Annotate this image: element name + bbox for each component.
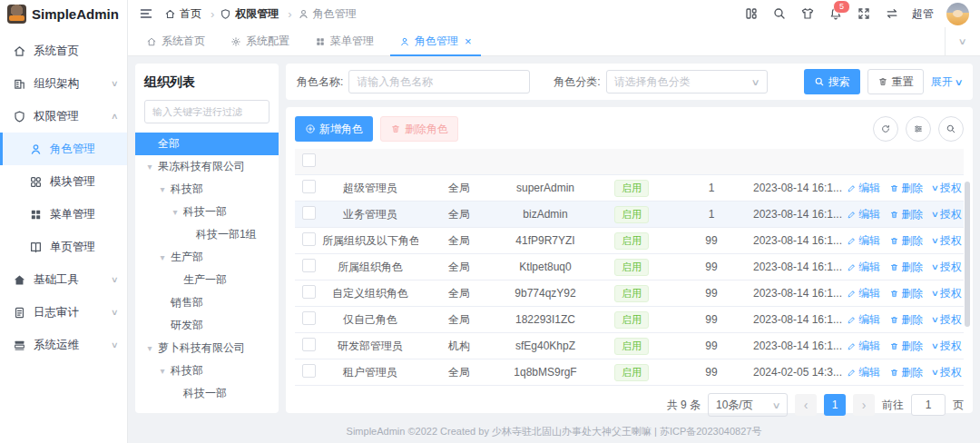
row-checkbox[interactable] xyxy=(302,285,316,299)
expand-button[interactable]: 展开 ∨ xyxy=(931,74,962,90)
delete-button[interactable]: 删除 xyxy=(889,260,923,275)
table-row[interactable]: 租户管理员 全局 1q8bMS9rgF 启用 99 2024-02-05 14:… xyxy=(295,359,964,386)
sidebar-item[interactable]: 模块管理 xyxy=(0,165,127,198)
grant-button[interactable]: ∨ 授权 xyxy=(932,286,962,301)
tab[interactable]: 系统配置 × xyxy=(218,27,302,55)
org-tree-node[interactable]: 科技一部1组 xyxy=(135,223,279,246)
edit-button[interactable]: 编辑 xyxy=(847,339,880,354)
sidebar-item[interactable]: 系统运维 ∨ xyxy=(0,329,127,361)
refresh-button[interactable] xyxy=(873,116,898,142)
sidebar-item[interactable]: 日志审计 ∨ xyxy=(0,296,127,329)
delete-button[interactable]: 删除 xyxy=(889,207,923,222)
prev-page-button[interactable]: ‹ xyxy=(795,394,817,416)
breadcrumb-item[interactable]: 权限管理 xyxy=(220,6,297,22)
edit-button[interactable]: 编辑 xyxy=(847,312,880,328)
row-checkbox[interactable] xyxy=(302,311,316,325)
search-icon[interactable] xyxy=(771,6,787,22)
grant-button[interactable]: ∨ 授权 xyxy=(932,312,962,328)
table-row[interactable]: 超级管理员 全局 superAdmin 启用 1 2023-08-14 16:1… xyxy=(295,175,964,202)
table-row[interactable]: 仅自己角色 全局 182293I1ZC 启用 99 2023-08-14 16:… xyxy=(295,307,964,333)
org-tree-node[interactable]: 研发部 xyxy=(135,314,279,337)
table-row[interactable]: 自定义组织角色 全局 9b774qzY92 启用 99 2023-08-14 1… xyxy=(295,281,964,307)
theme-tshirt-icon[interactable] xyxy=(799,6,815,22)
grant-button[interactable]: ∨ 授权 xyxy=(932,339,962,354)
org-tree-node[interactable]: ▾ 科技一部 xyxy=(135,201,279,223)
delete-role-button[interactable]: 删除角色 xyxy=(380,116,458,142)
table-row[interactable]: 研发部管理员 机构 sfEg40KhpZ 启用 99 2023-08-14 16… xyxy=(295,333,964,359)
sidebar-item[interactable]: 组织架构 ∨ xyxy=(0,67,127,100)
org-tree-node[interactable]: 销售部 xyxy=(135,291,279,314)
org-filter-input[interactable] xyxy=(144,100,270,123)
sidebar-item[interactable]: 角色管理 xyxy=(0,133,127,165)
table-search-button[interactable] xyxy=(938,116,964,142)
next-page-button[interactable]: › xyxy=(853,394,875,416)
edit-button[interactable]: 编辑 xyxy=(847,260,880,275)
row-checkbox[interactable] xyxy=(302,180,316,193)
sidebar-item[interactable]: 单页管理 xyxy=(0,231,127,263)
grant-button[interactable]: ∨ 授权 xyxy=(932,207,962,222)
tab[interactable]: 系统首页 × xyxy=(133,27,218,55)
edit-button[interactable]: 编辑 xyxy=(847,207,880,222)
role-name-input[interactable] xyxy=(348,70,530,94)
org-tree-node[interactable]: ▾ 生产部 xyxy=(135,246,279,269)
goto-page-input[interactable] xyxy=(911,394,946,416)
fullscreen-icon[interactable] xyxy=(856,6,871,22)
edit-button[interactable]: 编辑 xyxy=(847,233,880,249)
org-tree-node[interactable]: ▾ 萝卜科技有限公司 xyxy=(135,337,279,359)
edit-button[interactable]: 编辑 xyxy=(847,365,880,380)
grant-button[interactable]: ∨ 授权 xyxy=(932,260,962,275)
sidebar-item[interactable]: 菜单管理 xyxy=(0,198,127,231)
switch-tenant-icon[interactable] xyxy=(884,6,899,22)
sidebar-item[interactable]: 权限管理 ∧ xyxy=(0,100,127,133)
row-checkbox[interactable] xyxy=(302,232,316,246)
search-button[interactable]: 搜索 xyxy=(804,69,860,94)
tab[interactable]: 菜单管理 × xyxy=(302,27,387,55)
reset-button[interactable]: 重置 xyxy=(867,69,924,94)
close-icon[interactable]: × xyxy=(465,35,472,47)
role-category-select[interactable]: 请选择角色分类 ∨ xyxy=(606,70,768,94)
username[interactable]: 超管 xyxy=(912,6,934,22)
org-tree-node[interactable]: ▾ 果冻科技有限公司 xyxy=(135,155,279,178)
breadcrumb-item[interactable]: 角色管理 xyxy=(298,6,357,22)
table-row[interactable]: 所属组织及以下角色 全局 41fP9R7YZI 启用 99 2023-08-14… xyxy=(295,228,964,254)
delete-button[interactable]: 删除 xyxy=(889,312,923,328)
org-tree-node[interactable]: 生产一部 xyxy=(135,269,279,291)
user-avatar[interactable] xyxy=(946,3,969,25)
row-checkbox[interactable] xyxy=(302,364,316,378)
page-size-select[interactable]: 10条/页 ∨ xyxy=(708,393,788,417)
notifications-bell-icon[interactable]: 5 xyxy=(828,6,843,22)
org-tree-node[interactable]: 全部 xyxy=(135,133,279,155)
tab[interactable]: 角色管理 × xyxy=(387,27,485,55)
sidebar-menu: 系统首页 组织架构 ∨ 权限管理 ∧ 角色管理 模块管理 菜单管理 单页管理 基… xyxy=(0,27,127,443)
row-checkbox[interactable] xyxy=(302,206,316,220)
delete-button[interactable]: 删除 xyxy=(889,233,923,249)
org-tree-node[interactable]: ▾ 科技部 xyxy=(135,178,279,201)
grant-button[interactable]: ∨ 授权 xyxy=(932,233,962,249)
sidebar-item[interactable]: 基础工具 ∨ xyxy=(0,263,127,296)
grant-button[interactable]: ∨ 授权 xyxy=(932,181,962,196)
table-scrollbar[interactable] xyxy=(965,182,970,327)
table-row[interactable]: 业务管理员 全局 bizAdmin 启用 1 2023-08-14 16:1..… xyxy=(295,202,964,228)
status-badge: 启用 xyxy=(614,364,649,381)
current-page-button[interactable]: 1 xyxy=(824,394,846,416)
org-tree-node[interactable]: 科技一部 xyxy=(135,382,279,404)
delete-button[interactable]: 删除 xyxy=(889,365,923,380)
delete-button[interactable]: 删除 xyxy=(889,181,923,196)
edit-button[interactable]: 编辑 xyxy=(847,181,880,196)
select-all-checkbox[interactable] xyxy=(302,153,316,167)
row-checkbox[interactable] xyxy=(302,338,316,351)
grant-button[interactable]: ∨ 授权 xyxy=(932,365,962,380)
row-checkbox[interactable] xyxy=(302,259,316,272)
add-role-button[interactable]: 新增角色 xyxy=(295,116,373,142)
sidebar-item[interactable]: 系统首页 xyxy=(0,34,127,67)
column-settings-button[interactable] xyxy=(906,116,931,142)
table-row[interactable]: 所属组织角色 全局 Ktlpet8uq0 启用 99 2023-08-14 16… xyxy=(295,254,964,281)
org-tree-node[interactable]: ▾ 科技部 xyxy=(135,359,279,382)
breadcrumb-item[interactable]: 首页 xyxy=(164,6,220,22)
edit-button[interactable]: 编辑 xyxy=(847,286,880,301)
delete-button[interactable]: 删除 xyxy=(889,339,923,354)
delete-button[interactable]: 删除 xyxy=(889,286,923,301)
layout-grid-icon[interactable] xyxy=(743,6,759,22)
collapse-menu-icon[interactable] xyxy=(139,6,153,21)
tab-options-button[interactable]: ∨ xyxy=(945,27,980,55)
